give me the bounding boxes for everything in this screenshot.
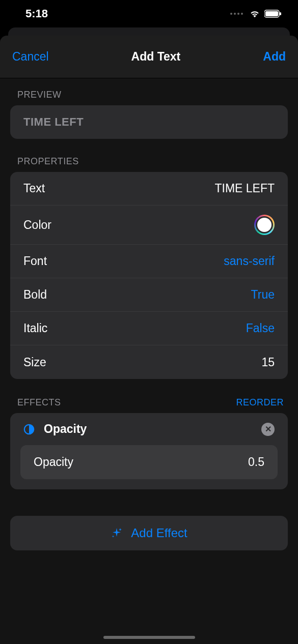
reorder-button[interactable]: REORDER: [236, 397, 284, 408]
svg-rect-1: [265, 11, 278, 16]
add-effect-button[interactable]: Add Effect: [10, 516, 288, 550]
status-indicators: [230, 9, 282, 18]
properties-section-header: PROPERTIES: [0, 139, 298, 172]
properties-card: Text TIME LEFT Color Font sans-serif Bol…: [10, 172, 288, 379]
effect-param-label: Opacity: [34, 455, 73, 469]
nav-bar: Cancel Add Text Add: [0, 36, 298, 78]
preview-text: TIME LEFT: [23, 115, 275, 129]
battery-icon: [264, 10, 282, 18]
property-bold-value: True: [251, 288, 275, 302]
property-size-label: Size: [23, 356, 46, 369]
status-bar: 5:18: [0, 0, 298, 27]
preview-card: TIME LEFT: [10, 105, 288, 139]
property-size-value: 15: [261, 356, 275, 369]
effect-title-wrap: Opacity: [23, 422, 87, 436]
close-icon: ✕: [265, 425, 272, 433]
preview-section-header: PREVIEW: [0, 78, 298, 105]
effect-title: Opacity: [44, 422, 87, 436]
effects-label: EFFECTS: [17, 397, 61, 408]
add-effect-label: Add Effect: [131, 526, 187, 540]
property-row-text[interactable]: Text TIME LEFT: [10, 172, 288, 206]
home-indicator[interactable]: [103, 636, 195, 639]
remove-effect-button[interactable]: ✕: [261, 423, 275, 436]
opacity-icon: [23, 424, 35, 435]
property-row-font[interactable]: Font sans-serif: [10, 245, 288, 278]
effect-param-row[interactable]: Opacity 0.5: [20, 445, 278, 479]
property-color-label: Color: [23, 218, 51, 232]
property-row-size[interactable]: Size 15: [10, 345, 288, 379]
svg-rect-2: [280, 12, 281, 15]
effect-card-opacity: Opacity ✕ Opacity 0.5: [10, 413, 288, 489]
add-text-modal: Cancel Add Text Add PREVIEW TIME LEFT PR…: [0, 36, 298, 644]
add-button[interactable]: Add: [263, 50, 286, 64]
property-font-label: Font: [23, 254, 47, 268]
preview-label: PREVIEW: [17, 90, 62, 100]
properties-label: PROPERTIES: [17, 156, 79, 167]
property-bold-label: Bold: [23, 288, 47, 302]
property-row-bold[interactable]: Bold True: [10, 278, 288, 312]
effects-section-header: EFFECTS REORDER: [0, 379, 298, 413]
property-text-label: Text: [23, 182, 45, 195]
property-row-italic[interactable]: Italic False: [10, 312, 288, 345]
status-time: 5:18: [25, 7, 48, 20]
cancel-button[interactable]: Cancel: [12, 50, 49, 64]
property-italic-value: False: [246, 321, 275, 335]
cellular-dots-icon: [230, 13, 243, 15]
page-title: Add Text: [131, 50, 181, 64]
property-font-value: sans-serif: [224, 254, 275, 268]
color-swatch-inner: [256, 216, 273, 233]
color-swatch-icon[interactable]: [254, 215, 275, 235]
property-text-value: TIME LEFT: [214, 182, 275, 195]
effect-param-value: 0.5: [248, 455, 264, 469]
property-italic-label: Italic: [23, 321, 47, 335]
sparkle-icon: [111, 527, 123, 539]
wifi-icon: [249, 9, 260, 18]
property-row-color[interactable]: Color: [10, 206, 288, 245]
effect-header: Opacity ✕: [20, 422, 278, 436]
